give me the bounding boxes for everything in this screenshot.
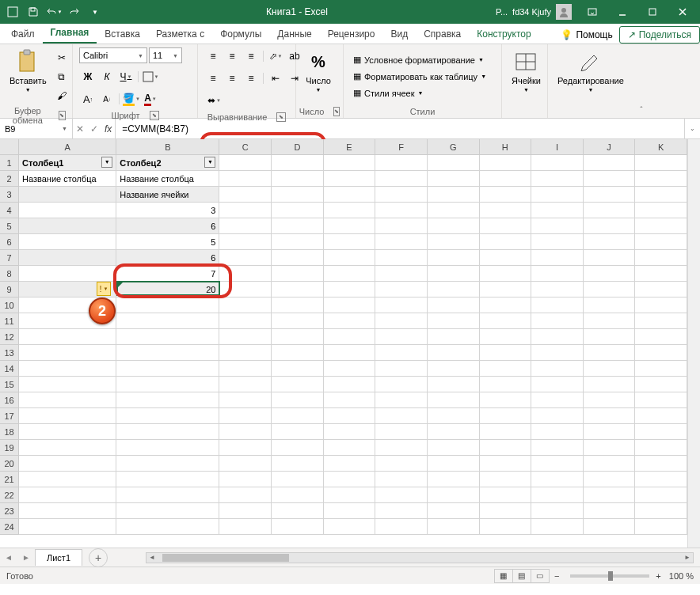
cell-H21[interactable] (480, 472, 532, 487)
cell-I22[interactable] (531, 487, 584, 503)
tab-insert[interactable]: Вставка (97, 24, 148, 44)
zoom-level[interactable]: 100 % (669, 571, 694, 581)
cell-F23[interactable] (375, 503, 428, 519)
cell-C5[interactable] (219, 218, 272, 234)
save-icon[interactable] (24, 2, 43, 21)
bold-button[interactable]: Ж (79, 68, 97, 85)
cell-B4[interactable]: 3 (116, 203, 219, 218)
cell-H10[interactable] (480, 298, 532, 313)
cell-H11[interactable] (480, 313, 532, 329)
cell-D22[interactable] (272, 487, 324, 503)
cell-A5[interactable] (19, 218, 116, 234)
minimize-icon[interactable] (608, 2, 637, 21)
cell-J16[interactable] (584, 392, 636, 408)
font-name-combo[interactable]: Calibri▼ (79, 47, 147, 63)
fill-color-button[interactable]: 🪣▼ (123, 90, 140, 108)
cell-B20[interactable] (116, 456, 219, 472)
cell-J22[interactable] (584, 487, 636, 503)
cell-E15[interactable] (324, 377, 376, 392)
format-as-table-button[interactable]: ▦Форматировать как таблицу▼ (350, 70, 489, 83)
italic-button[interactable]: К (98, 68, 116, 85)
tab-help[interactable]: Справка (416, 24, 469, 44)
cell-B21[interactable] (116, 472, 219, 487)
cell-G24[interactable] (428, 519, 480, 535)
column-header-k[interactable]: K (635, 139, 687, 155)
cell-H14[interactable] (480, 361, 532, 377)
cell-J12[interactable] (584, 329, 636, 345)
row-header-9[interactable]: 9 (0, 282, 19, 298)
cell-C3[interactable] (219, 187, 272, 203)
column-header-a[interactable]: A (19, 139, 116, 155)
cell-F10[interactable] (375, 298, 428, 313)
cell-H12[interactable] (480, 329, 532, 345)
filter-arrow[interactable]: ▼ (101, 157, 112, 168)
cell-H7[interactable] (480, 250, 532, 266)
hscroll-right[interactable]: ► (682, 554, 693, 561)
cell-E22[interactable] (324, 487, 376, 503)
cell-B2[interactable]: Название столбца (116, 171, 219, 187)
cell-E2[interactable] (324, 171, 376, 187)
cell-D8[interactable] (272, 266, 324, 282)
cell-H8[interactable] (480, 266, 532, 282)
font-color-button[interactable]: A▼ (142, 90, 159, 108)
cell-J15[interactable] (584, 377, 636, 392)
cell-B13[interactable] (116, 345, 219, 361)
row-header-20[interactable]: 20 (0, 456, 19, 472)
conditional-formatting-button[interactable]: ▦Условное форматирование▼ (350, 53, 487, 66)
row-header-4[interactable]: 4 (0, 203, 19, 218)
cell-H9[interactable] (480, 282, 532, 298)
cell-D14[interactable] (272, 361, 324, 377)
cell-D19[interactable] (272, 440, 324, 456)
align-middle-icon[interactable]: ≡ (223, 47, 241, 65)
increase-font-icon[interactable]: A↑ (79, 90, 97, 108)
error-trace-button[interactable]: !▼ (97, 282, 111, 296)
cell-K9[interactable] (635, 282, 687, 298)
cell-F16[interactable] (375, 392, 428, 408)
cell-J19[interactable] (584, 440, 636, 456)
decrease-font-icon[interactable]: A↓ (98, 90, 116, 108)
row-header-22[interactable]: 22 (0, 487, 19, 503)
column-header-f[interactable]: F (375, 139, 428, 155)
row-header-6[interactable]: 6 (0, 234, 19, 250)
cell-F21[interactable] (375, 472, 428, 487)
filter-arrow[interactable]: ▼ (204, 157, 215, 168)
cell-K22[interactable] (635, 487, 687, 503)
paste-button[interactable]: Вставить ▼ (6, 47, 50, 94)
cell-I10[interactable] (531, 298, 584, 313)
horizontal-scrollbar[interactable]: ◄ ► (146, 552, 694, 563)
cell-A16[interactable] (19, 392, 116, 408)
cancel-formula-icon[interactable]: ✕ (76, 123, 84, 135)
cell-E9[interactable] (324, 282, 376, 298)
column-header-c[interactable]: C (219, 139, 272, 155)
cell-E11[interactable] (324, 313, 376, 329)
cell-A24[interactable] (19, 519, 116, 535)
cell-G22[interactable] (428, 487, 480, 503)
row-header-10[interactable]: 10 (0, 298, 19, 313)
cell-H15[interactable] (480, 377, 532, 392)
cell-E14[interactable] (324, 361, 376, 377)
hscroll-left[interactable]: ◄ (146, 554, 158, 561)
cell-D21[interactable] (272, 472, 324, 487)
cell-F17[interactable] (375, 408, 428, 424)
cell-C15[interactable] (219, 377, 272, 392)
cell-F2[interactable] (375, 171, 428, 187)
tab-formulas[interactable]: Формулы (212, 24, 269, 44)
cell-E13[interactable] (324, 345, 376, 361)
row-header-3[interactable]: 3 (0, 187, 19, 203)
cell-H24[interactable] (480, 519, 532, 535)
cell-G11[interactable] (428, 313, 480, 329)
cell-H5[interactable] (480, 218, 532, 234)
cell-B22[interactable] (116, 487, 219, 503)
cell-C9[interactable] (219, 282, 272, 298)
row-header-17[interactable]: 17 (0, 408, 19, 424)
cell-G6[interactable] (428, 234, 480, 250)
cell-B3[interactable]: Название ячейки (116, 187, 219, 203)
cell-I24[interactable] (531, 519, 584, 535)
cell-F9[interactable] (375, 282, 428, 298)
cell-I3[interactable] (531, 187, 584, 203)
cell-K21[interactable] (635, 472, 687, 487)
format-painter-icon[interactable]: 🖌 (53, 87, 70, 104)
tab-review[interactable]: Рецензиро (320, 24, 383, 44)
cell-E20[interactable] (324, 456, 376, 472)
cell-F5[interactable] (375, 218, 428, 234)
